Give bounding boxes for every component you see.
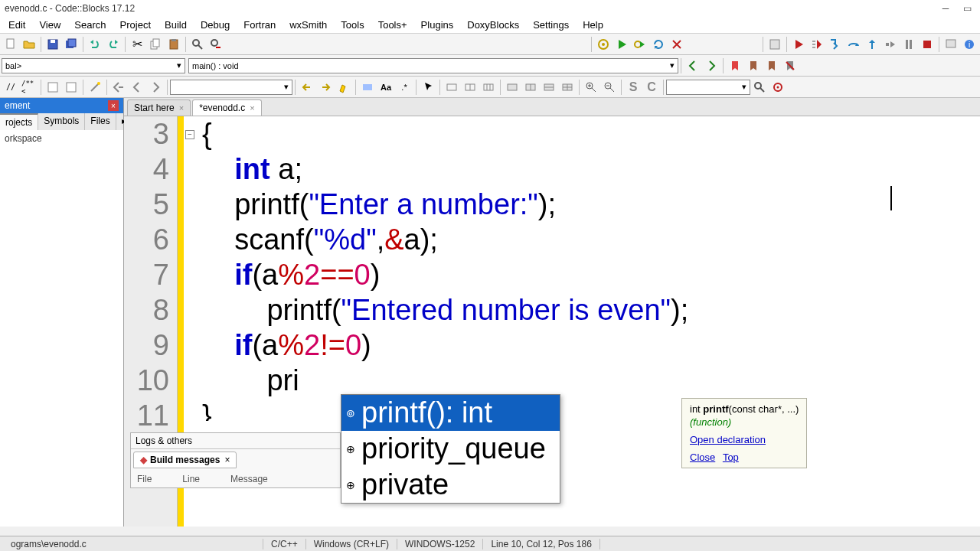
search-combo[interactable]: ▾: [666, 80, 750, 95]
fold-minus-icon[interactable]: −: [185, 130, 194, 139]
break-icon[interactable]: [900, 36, 917, 53]
cursor-icon[interactable]: [420, 79, 436, 96]
menu-build[interactable]: Build: [158, 18, 194, 32]
paste-icon[interactable]: [165, 36, 182, 53]
jump-next-icon[interactable]: [147, 79, 164, 96]
zoom-in-icon[interactable]: [583, 79, 599, 96]
layout3-icon[interactable]: [480, 79, 497, 96]
maximize-button[interactable]: ▭: [959, 2, 975, 15]
minimize-button[interactable]: ─: [937, 2, 954, 15]
tab-close-icon[interactable]: ×: [250, 103, 254, 112]
bookmark-clear-icon[interactable]: [782, 57, 799, 74]
prev-diff-icon[interactable]: [299, 79, 315, 96]
autocomplete-popup[interactable]: ⊚printf(): int⊕priority_queue⊕private: [341, 394, 560, 504]
sidebar-tab-files[interactable]: Files: [85, 113, 116, 130]
abort-icon[interactable]: [668, 36, 685, 53]
build-messages-tab[interactable]: ◆ Build messages ×: [133, 452, 237, 468]
close-link[interactable]: Close: [690, 452, 715, 463]
editor-tab[interactable]: Start here×: [127, 99, 191, 116]
dox-settings-icon[interactable]: [44, 79, 61, 96]
menu-debug[interactable]: Debug: [194, 18, 237, 32]
menu-wxsmith[interactable]: wxSmith: [283, 18, 334, 32]
debug-info-icon[interactable]: [766, 36, 783, 53]
col-header[interactable]: Line: [182, 474, 200, 484]
layout1-icon[interactable]: [443, 79, 460, 96]
sidebar-body[interactable]: orkspace: [0, 130, 123, 527]
layout5-icon[interactable]: [522, 79, 539, 96]
step-out-icon[interactable]: [864, 36, 880, 53]
block-comment-icon[interactable]: /**<: [21, 79, 38, 96]
find-icon[interactable]: [189, 36, 206, 53]
tab-close-icon[interactable]: ×: [179, 103, 184, 112]
layout4-icon[interactable]: [504, 79, 521, 96]
menu-search[interactable]: Search: [67, 18, 113, 32]
zoom-out-icon[interactable]: [601, 79, 618, 96]
menu-project[interactable]: Project: [113, 18, 158, 32]
run-icon[interactable]: [613, 36, 630, 53]
nav-back-icon[interactable]: [684, 57, 701, 74]
editor-tab[interactable]: *evenodd.c×: [192, 99, 261, 116]
bookmark-next-icon[interactable]: [763, 57, 780, 74]
jump-back-icon[interactable]: [110, 79, 127, 96]
autocomplete-item[interactable]: ⊕private: [341, 467, 560, 503]
menu-fortran[interactable]: Fortran: [237, 18, 283, 32]
target-combo[interactable]: ▾: [170, 80, 292, 95]
next-diff-icon[interactable]: [317, 79, 334, 96]
search-opts-icon[interactable]: [769, 79, 786, 96]
layout2-icon[interactable]: [462, 79, 479, 96]
nav-fwd-icon[interactable]: [703, 57, 720, 74]
match-case-icon[interactable]: Aa: [377, 79, 394, 96]
menu-doxyblocks[interactable]: DoxyBlocks: [460, 18, 526, 32]
step-over-icon[interactable]: [845, 36, 862, 53]
copy-icon[interactable]: [147, 36, 164, 53]
save-all-icon[interactable]: [63, 36, 80, 53]
header-icon[interactable]: C: [643, 79, 660, 96]
tab-close-icon[interactable]: ×: [224, 455, 230, 465]
sidebar-close-icon[interactable]: ×: [108, 100, 119, 111]
col-header[interactable]: Message: [230, 474, 268, 484]
debug-windows-icon[interactable]: [942, 36, 959, 53]
cut-icon[interactable]: ✂: [129, 36, 145, 53]
sidebar-tab-symbols[interactable]: Symbols: [38, 113, 85, 130]
scope-combo[interactable]: bal>▾: [2, 58, 185, 73]
autocomplete-item[interactable]: ⊕priority_queue: [341, 431, 560, 467]
save-icon[interactable]: [44, 36, 61, 53]
comment-toggle-icon[interactable]: //: [2, 79, 19, 96]
undo-icon[interactable]: [87, 36, 103, 53]
top-link[interactable]: Top: [723, 452, 739, 463]
stop-debug-icon[interactable]: [919, 36, 936, 53]
jump-prev-icon[interactable]: [129, 79, 145, 96]
bookmark-toggle-icon[interactable]: [727, 57, 743, 74]
sidebar-tab-rojects[interactable]: rojects: [0, 113, 38, 130]
new-file-icon[interactable]: [2, 36, 19, 53]
menu-settings[interactable]: Settings: [526, 18, 576, 32]
info-icon[interactable]: i: [961, 36, 978, 53]
menu-edit[interactable]: Edit: [2, 18, 32, 32]
redo-icon[interactable]: [105, 36, 122, 53]
step-into-icon[interactable]: [827, 36, 844, 53]
source-icon[interactable]: S: [625, 79, 642, 96]
bookmark-prev-icon[interactable]: [745, 57, 762, 74]
run-to-cursor-icon[interactable]: [808, 36, 825, 53]
menu-tools[interactable]: Tools: [334, 18, 371, 32]
menu-view[interactable]: View: [32, 18, 67, 32]
build-run-icon[interactable]: [632, 36, 648, 53]
rebuild-icon[interactable]: [650, 36, 667, 53]
open-icon[interactable]: [21, 36, 38, 53]
build-icon[interactable]: [595, 36, 612, 53]
menu-tools+[interactable]: Tools+: [371, 18, 414, 32]
regex-icon[interactable]: .*: [396, 79, 413, 96]
autocomplete-item[interactable]: ⊚printf(): int: [341, 395, 560, 431]
col-header[interactable]: File: [137, 474, 152, 484]
open-declaration-link[interactable]: Open declaration: [690, 434, 766, 445]
layout6-icon[interactable]: [541, 79, 557, 96]
replace-icon[interactable]: [207, 36, 224, 53]
dox-settings2-icon[interactable]: [63, 79, 80, 96]
debug-run-icon[interactable]: [790, 36, 807, 53]
menu-plugins[interactable]: Plugins: [414, 18, 461, 32]
wand-icon[interactable]: [87, 79, 103, 96]
layout7-icon[interactable]: [559, 79, 576, 96]
select-mode-icon[interactable]: [359, 79, 376, 96]
next-instr-icon[interactable]: [882, 36, 899, 53]
search-go-icon[interactable]: [751, 79, 768, 96]
